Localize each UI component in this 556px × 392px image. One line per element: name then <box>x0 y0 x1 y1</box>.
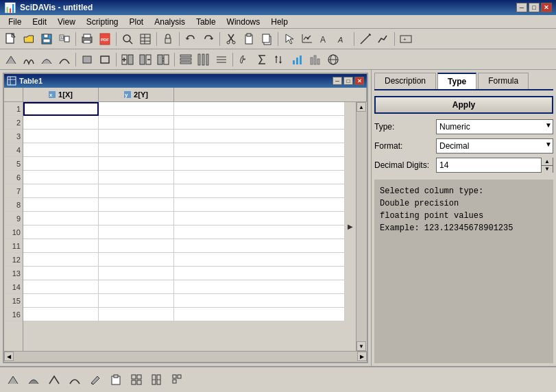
col-expand[interactable] <box>195 52 212 67</box>
col-swap-button[interactable] <box>155 52 171 67</box>
scroll-down-button[interactable]: ▼ <box>356 341 366 351</box>
cell-2-3[interactable] <box>174 116 345 130</box>
plot-button[interactable] <box>375 32 391 47</box>
cell-1-1[interactable] <box>23 102 99 116</box>
cursor-button[interactable] <box>281 32 298 47</box>
peak3-button[interactable] <box>38 52 55 67</box>
btm-grid1-button[interactable] <box>128 371 145 389</box>
cell-3-1[interactable] <box>23 130 99 143</box>
tab-type[interactable]: Type <box>437 73 476 89</box>
cell-16-2[interactable] <box>99 308 174 321</box>
cell-3-2[interactable] <box>99 130 174 143</box>
pdf-button[interactable]: PDF <box>97 32 113 47</box>
cell-5-2[interactable] <box>99 157 174 171</box>
menu-scripting[interactable]: Scripting <box>81 16 124 28</box>
cell-2-1[interactable] <box>23 116 99 130</box>
menu-table[interactable]: Table <box>191 16 221 28</box>
cell-6-2[interactable] <box>99 171 174 184</box>
close-button[interactable]: ✕ <box>541 3 552 12</box>
cell-8-1[interactable] <box>23 198 99 212</box>
cell-16-1[interactable] <box>23 308 99 321</box>
redo-button[interactable] <box>200 32 217 47</box>
type-select-wrapper[interactable]: Numeric ▼ <box>436 119 553 134</box>
cell-5-1[interactable] <box>23 157 99 171</box>
tab-description[interactable]: Description <box>374 73 436 89</box>
cell-9-2[interactable] <box>99 212 174 225</box>
h-scroll-area[interactable]: ◀ ▶ <box>4 351 367 362</box>
digits-input-wrapper[interactable]: 14 ▲ ▼ <box>436 158 553 173</box>
table-button[interactable] <box>137 32 154 47</box>
select-button[interactable]: A <box>317 32 333 47</box>
scroll-right-button[interactable]: ▶ <box>357 352 367 361</box>
row-expand[interactable] <box>178 52 194 67</box>
table-close-button[interactable]: ✕ <box>354 77 364 85</box>
print-button[interactable] <box>79 32 95 47</box>
peak4-button[interactable] <box>56 52 73 67</box>
cell-13-3[interactable] <box>174 267 345 280</box>
cell-4-1[interactable] <box>23 143 99 157</box>
scroll-left-button[interactable]: ◀ <box>4 352 14 361</box>
new-button[interactable] <box>3 32 19 47</box>
digits-increase-button[interactable]: ▲ <box>542 158 553 166</box>
cell-10-3[interactable] <box>174 225 345 239</box>
cell-2-2[interactable] <box>99 116 174 130</box>
btm-peak2-button[interactable] <box>25 371 43 389</box>
expand-arrow-button[interactable]: ▶ <box>345 102 356 351</box>
text-button[interactable]: A <box>335 32 351 47</box>
cell-4-3[interactable] <box>174 143 345 157</box>
sort-button[interactable] <box>271 52 288 67</box>
peak2-button[interactable] <box>21 52 37 67</box>
cell-9-3[interactable] <box>174 212 345 225</box>
zoom-in-button[interactable]: + <box>398 32 414 47</box>
cell-11-1[interactable] <box>23 239 99 253</box>
cell-14-3[interactable] <box>174 280 345 294</box>
histogram-button[interactable] <box>307 52 324 67</box>
lock-button[interactable] <box>160 32 176 47</box>
sigma-button[interactable] <box>254 52 270 67</box>
import-button[interactable]: 123 <box>56 32 73 47</box>
minimize-button[interactable]: ─ <box>516 3 527 12</box>
table-maximize-button[interactable]: □ <box>343 77 353 85</box>
cell-11-2[interactable] <box>99 239 174 253</box>
h-scroll-track[interactable] <box>14 352 357 362</box>
menu-plot[interactable]: Plot <box>124 16 149 28</box>
data-reader-button[interactable] <box>299 32 315 47</box>
cell-7-1[interactable] <box>23 184 99 198</box>
menu-help[interactable]: Help <box>265 16 293 28</box>
btm-pencil-button[interactable] <box>86 371 104 389</box>
line-button[interactable] <box>357 32 374 47</box>
cell-6-1[interactable] <box>23 171 99 184</box>
cell-5-3[interactable] <box>174 157 345 171</box>
cell-14-2[interactable] <box>99 280 174 294</box>
save-button[interactable] <box>38 32 55 47</box>
menu-windows[interactable]: Windows <box>221 16 266 28</box>
cell-15-1[interactable] <box>23 294 99 308</box>
stats-button[interactable] <box>289 52 306 67</box>
cell-8-2[interactable] <box>99 198 174 212</box>
scroll-up-button[interactable]: ▲ <box>356 102 366 112</box>
format-select-wrapper[interactable]: Decimal ▼ <box>436 138 553 154</box>
table-titlebar-controls[interactable]: ─ □ ✕ <box>333 77 364 85</box>
table-minimize-button[interactable]: ─ <box>333 77 342 85</box>
btm-clipboard-button[interactable] <box>107 371 125 389</box>
digits-decrease-button[interactable]: ▼ <box>542 166 553 173</box>
menu-view[interactable]: View <box>52 16 81 28</box>
tab-formula[interactable]: Formula <box>478 73 529 89</box>
btm-grid2-button[interactable] <box>148 371 166 389</box>
func-button[interactable] <box>236 52 252 67</box>
cell-15-2[interactable] <box>99 294 174 308</box>
cell-7-3[interactable] <box>174 184 345 198</box>
cell-4-2[interactable] <box>99 143 174 157</box>
cell-6-3[interactable] <box>174 171 345 184</box>
undo-button[interactable] <box>182 32 199 47</box>
grid-area[interactable] <box>23 102 345 351</box>
move-button[interactable] <box>213 52 230 67</box>
cell-13-2[interactable] <box>99 267 174 280</box>
cell-11-3[interactable] <box>174 239 345 253</box>
apply-button[interactable]: Apply <box>374 96 553 114</box>
cell-10-2[interactable] <box>99 225 174 239</box>
cell-1-3[interactable] <box>174 102 345 116</box>
format-select[interactable]: Decimal <box>436 138 553 154</box>
cell-10-1[interactable] <box>23 225 99 239</box>
cell-13-1[interactable] <box>23 267 99 280</box>
